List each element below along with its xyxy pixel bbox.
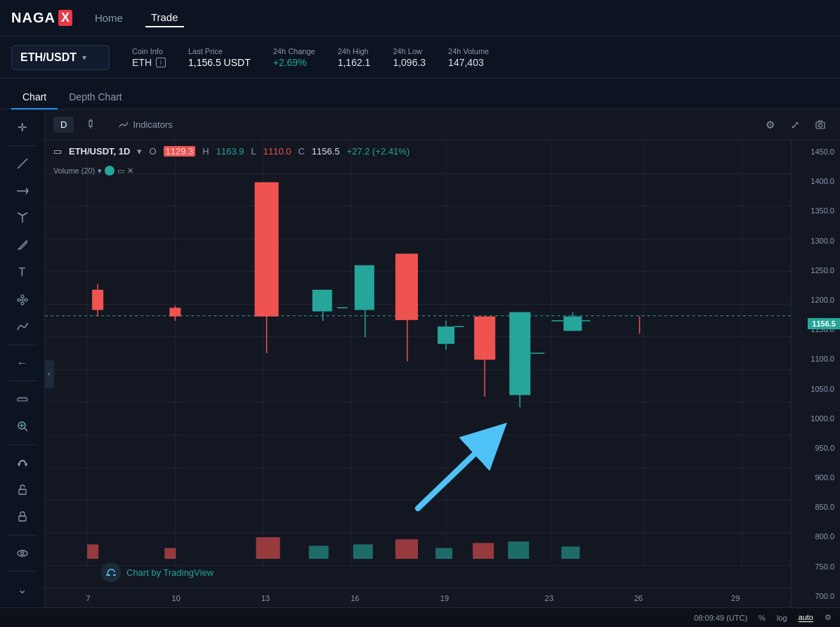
- pattern-tool[interactable]: [10, 287, 35, 312]
- high-value: 1,162.1: [338, 57, 371, 68]
- svg-rect-80: [561, 546, 579, 558]
- status-bar: 08:09:49 (UTC) % log auto ⚙: [0, 607, 840, 627]
- path-tool[interactable]: [10, 315, 35, 339]
- tab-chart[interactable]: Chart: [11, 86, 58, 110]
- price-label-1450: 1450.0: [797, 147, 834, 156]
- chart-main: D Indicators ⚙ ⤢: [45, 110, 840, 607]
- low-value: 1,096.3: [393, 57, 426, 68]
- tool-divider-2: [8, 345, 37, 345]
- svg-rect-54: [395, 253, 418, 320]
- ohlc-high-label: H: [202, 146, 209, 157]
- volume-label-text: Volume (20): [53, 166, 95, 175]
- candle-type-button[interactable]: [79, 115, 105, 134]
- lock-open-tool[interactable]: [10, 477, 35, 502]
- chart-settings-button[interactable]: ⚙: [759, 114, 781, 136]
- svg-rect-13: [18, 398, 27, 401]
- text-tool[interactable]: T: [10, 260, 35, 284]
- time-label-19: 19: [440, 594, 449, 602]
- coin-info-label: Coin Info: [132, 47, 166, 55]
- svg-point-7: [18, 298, 20, 301]
- magnet-tool[interactable]: [10, 451, 35, 475]
- status-time: 08:09:49 (UTC): [694, 614, 747, 622]
- logo-naga: NAGA: [11, 10, 55, 26]
- eye-tool[interactable]: [10, 541, 35, 566]
- svg-point-27: [21, 552, 24, 555]
- ohlc-change: +27.2 (+2.41%): [347, 146, 410, 157]
- zoom-tool[interactable]: [10, 414, 35, 439]
- volume-value: 147,403: [448, 57, 489, 68]
- time-label-10: 10: [172, 594, 181, 602]
- top-navigation: NAGA X Home Trade: [0, 0, 840, 37]
- high-label: 24h High: [338, 47, 371, 55]
- price-axis: 1450.0 1400.0 1350.0 1300.0 1250.0 1200.…: [791, 140, 840, 607]
- svg-rect-72: [164, 548, 176, 558]
- chart-body[interactable]: ▭ ETH/USDT, 1D ▾ O 1129.3 H 1163.9 L 111…: [45, 140, 840, 607]
- svg-rect-24: [19, 489, 26, 494]
- chart-toolbar: D Indicators ⚙ ⤢: [45, 110, 840, 140]
- collapse-sidebar-button[interactable]: ‹: [45, 360, 54, 388]
- lock-closed-tool[interactable]: [10, 505, 35, 529]
- price-label-1000: 1000.0: [797, 414, 834, 423]
- svg-line-0: [18, 159, 27, 169]
- ohlc-low-label: L: [251, 146, 256, 157]
- svg-rect-28: [89, 121, 92, 126]
- indicators-button[interactable]: Indicators: [110, 117, 181, 133]
- candlestick-chart: [45, 140, 791, 588]
- svg-point-8: [21, 295, 24, 298]
- tv-watermark-text: Chart by TradingView: [126, 567, 214, 578]
- time-label-13: 13: [261, 594, 270, 602]
- info-icon[interactable]: i: [156, 58, 166, 67]
- ohlc-pair: ETH/USDT, 1D: [69, 146, 130, 157]
- tab-depth-chart[interactable]: Depth Chart: [58, 86, 133, 110]
- last-price-label: Last Price: [188, 47, 251, 55]
- pencil-tool[interactable]: [10, 233, 35, 258]
- svg-rect-73: [256, 537, 280, 559]
- chart-container: ✛ T ←: [0, 110, 840, 607]
- svg-rect-25: [19, 516, 26, 521]
- ohlc-info: ▭ ETH/USDT, 1D ▾ O 1129.3 H 1163.9 L 111…: [53, 146, 409, 157]
- screenshot-button[interactable]: [809, 114, 832, 136]
- ruler-tool[interactable]: [10, 387, 35, 411]
- status-percent-button[interactable]: %: [759, 614, 766, 622]
- horizontal-line-tool[interactable]: [10, 178, 35, 203]
- fork-tool[interactable]: [10, 206, 35, 230]
- status-log-button[interactable]: log: [777, 614, 787, 622]
- tool-divider-3: [8, 381, 37, 381]
- price-label-700: 700.0: [797, 592, 834, 600]
- svg-rect-52: [355, 265, 374, 310]
- pair-text: ETH/USDT: [20, 51, 77, 64]
- trend-line-tool[interactable]: [10, 152, 35, 176]
- ticker-bar: ETH/USDT ▾ Coin Info ETH i Last Price 1,…: [0, 37, 840, 79]
- svg-rect-56: [438, 326, 454, 344]
- svg-line-19: [25, 428, 27, 431]
- change-value: +2.69%: [273, 57, 315, 68]
- timeframe-day-button[interactable]: D: [53, 117, 74, 133]
- tool-divider-1: [8, 145, 37, 146]
- change-label: 24h Change: [273, 47, 315, 55]
- svg-point-26: [18, 550, 27, 556]
- svg-rect-76: [395, 539, 418, 559]
- pair-selector[interactable]: ETH/USDT ▾: [11, 45, 110, 70]
- status-settings-button[interactable]: ⚙: [825, 613, 832, 622]
- nav-trade[interactable]: Trade: [145, 8, 184, 27]
- time-label-29: 29: [731, 594, 740, 602]
- price-label-900: 900.0: [797, 473, 834, 482]
- svg-rect-74: [309, 546, 329, 558]
- crosshair-tool[interactable]: ✛: [10, 115, 35, 140]
- ohlc-open-label: O: [149, 146, 156, 157]
- collapse-tool[interactable]: ⌄: [10, 577, 35, 602]
- svg-point-10: [21, 302, 24, 305]
- tool-divider-5: [8, 535, 37, 536]
- back-tool[interactable]: ←: [10, 351, 35, 376]
- status-auto-button[interactable]: auto: [799, 613, 813, 622]
- fullscreen-button[interactable]: ⤢: [784, 114, 806, 136]
- ohlc-high-value: 1163.9: [216, 146, 244, 157]
- svg-rect-31: [816, 122, 825, 128]
- low-label: 24h Low: [393, 47, 426, 55]
- svg-rect-71: [87, 544, 98, 559]
- nav-home[interactable]: Home: [89, 9, 129, 27]
- price-label-1250: 1250.0: [797, 266, 834, 275]
- svg-rect-75: [353, 544, 373, 559]
- svg-point-32: [819, 124, 822, 127]
- svg-rect-62: [509, 312, 530, 395]
